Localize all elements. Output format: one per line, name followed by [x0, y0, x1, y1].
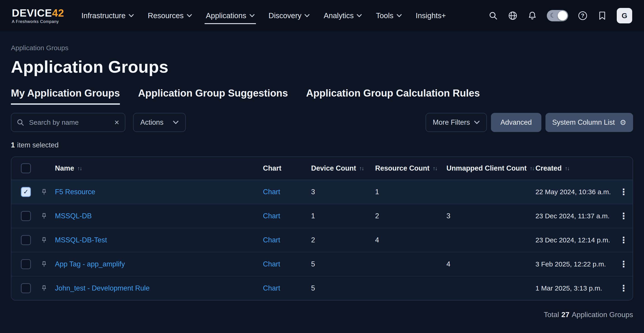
actions-dropdown[interactable]: Actions: [133, 113, 186, 132]
nav-item-applications[interactable]: Applications: [206, 6, 254, 26]
header-select-cell: ✓: [11, 163, 40, 173]
row-checkbox[interactable]: ✓: [21, 235, 31, 245]
table-header-row: ✓ Name↑↓ Chart↑↓ Device Count↑↓ Resource…: [11, 157, 633, 180]
column-header-name[interactable]: Name↑↓: [55, 164, 263, 172]
column-header-device-count[interactable]: Device Count↑↓: [311, 164, 375, 172]
nav-item-discovery[interactable]: Discovery: [269, 6, 310, 26]
row-checkbox[interactable]: ✓: [21, 211, 31, 221]
column-header-resource-count[interactable]: Resource Count↑↓: [375, 164, 446, 172]
row-select-cell: ✓: [11, 187, 40, 197]
created-value: 23 Dec 2024, 11:37 a.m.: [536, 212, 614, 220]
chevron-down-icon: [357, 14, 362, 17]
notifications-bell-icon[interactable]: [527, 11, 537, 21]
column-header-unmapped-client-count[interactable]: Unmapped Client Count↑↓: [446, 164, 536, 172]
chevron-down-icon: [129, 14, 134, 17]
search-icon[interactable]: [488, 11, 498, 21]
more-filters-dropdown[interactable]: More Filters: [426, 113, 487, 132]
system-column-list-button[interactable]: System Column List ⚙: [546, 113, 633, 132]
nav-item-analytics[interactable]: Analytics: [324, 6, 362, 26]
row-select-cell: ✓: [11, 235, 40, 245]
tab-application-group-calculation-rules[interactable]: Application Group Calculation Rules: [306, 88, 480, 105]
chart-link[interactable]: Chart: [263, 284, 280, 292]
device-count-value: 2: [311, 236, 375, 244]
resource-count-value: 1: [375, 188, 446, 196]
column-header-created[interactable]: Created↑↓: [536, 164, 614, 172]
created-value: 22 May 2024, 10:36 a.m.: [536, 188, 614, 196]
selection-status: 1item selected: [11, 141, 633, 149]
nav-item-label: Resources: [148, 11, 184, 20]
question-mark-glyph: ?: [578, 11, 587, 20]
pin-icon[interactable]: [40, 236, 48, 244]
row-pin-cell: [40, 236, 55, 244]
nav-item-resources[interactable]: Resources: [148, 6, 192, 26]
row-actions-kebab-icon[interactable]: ⋮: [614, 236, 633, 244]
actions-dropdown-label: Actions: [140, 118, 164, 126]
device42-logo[interactable]: DEVICE 42 A Freshworks Company: [12, 8, 64, 24]
row-checkbox[interactable]: ✓: [21, 187, 31, 197]
chart-link[interactable]: Chart: [263, 260, 280, 268]
row-actions-kebab-icon[interactable]: ⋮: [614, 284, 633, 292]
row-checkbox[interactable]: ✓: [21, 259, 31, 269]
column-header-chart[interactable]: Chart↑↓: [263, 164, 311, 172]
main-nav: Infrastructure Resources Applications Di…: [81, 6, 446, 26]
sort-icon: ↑↓: [77, 165, 82, 172]
theme-toggle[interactable]: ☾: [547, 10, 568, 21]
group-name-link[interactable]: F5 Resource: [55, 188, 95, 196]
row-actions-kebab-icon[interactable]: ⋮: [614, 260, 633, 268]
resource-count-value: 2: [375, 212, 446, 220]
group-name-link[interactable]: MSSQL-DB: [55, 212, 92, 220]
user-avatar[interactable]: G: [617, 8, 632, 24]
pin-icon[interactable]: [40, 260, 48, 268]
row-pin-cell: [40, 260, 55, 268]
nav-item-infrastructure[interactable]: Infrastructure: [81, 6, 134, 26]
help-icon[interactable]: ?: [578, 11, 588, 21]
logo-wordmark: DEVICE 42: [12, 8, 64, 18]
unmapped-client-count-value: 3: [446, 212, 536, 220]
page-content: Application Groups Application Groups My…: [0, 31, 644, 319]
group-name-link[interactable]: John_test - Development Rule: [55, 284, 150, 292]
row-pin-cell: [40, 188, 55, 196]
logo-text: DEVICE: [12, 8, 52, 18]
logo-accent-text: 42: [52, 8, 64, 18]
row-pin-cell: [40, 212, 55, 220]
row-pin-cell: [40, 284, 55, 292]
chart-link[interactable]: Chart: [263, 188, 280, 196]
clear-search-icon[interactable]: ✕: [114, 119, 120, 126]
advanced-button[interactable]: Advanced: [491, 113, 541, 132]
toggle-knob: [558, 11, 567, 20]
pin-icon[interactable]: [40, 284, 48, 292]
sort-icon: ↑↓: [530, 165, 534, 172]
total-label: Total: [544, 310, 559, 319]
nav-item-insights-plus[interactable]: Insights+: [416, 6, 446, 26]
chart-link[interactable]: Chart: [263, 236, 280, 244]
pin-icon[interactable]: [40, 212, 48, 220]
tab-application-group-suggestions[interactable]: Application Group Suggestions: [138, 88, 288, 105]
tab-my-application-groups[interactable]: My Application Groups: [11, 88, 120, 105]
group-name-link[interactable]: App Tag - app_amplify: [55, 260, 125, 268]
row-select-cell: ✓: [11, 259, 40, 269]
logo-tagline: A Freshworks Company: [12, 20, 64, 24]
row-actions-kebab-icon[interactable]: ⋮: [614, 212, 633, 220]
select-all-checkbox[interactable]: ✓: [21, 163, 31, 173]
pin-icon[interactable]: [40, 188, 48, 196]
bookmark-icon[interactable]: [597, 11, 607, 21]
chart-link[interactable]: Chart: [263, 212, 280, 220]
nav-item-label: Tools: [376, 11, 393, 20]
search-input[interactable]: [28, 118, 110, 127]
row-checkbox[interactable]: ✓: [21, 283, 31, 293]
group-name-link[interactable]: MSSQL-DB-Test: [55, 236, 107, 244]
created-value: 23 Dec 2024, 12:14 p.m.: [536, 236, 614, 244]
chevron-down-icon: [250, 14, 254, 17]
breadcrumb[interactable]: Application Groups: [11, 44, 633, 52]
nav-item-tools[interactable]: Tools: [376, 6, 402, 26]
globe-icon[interactable]: [508, 11, 518, 21]
search-input-icon: [17, 119, 24, 126]
page-title: Application Groups: [11, 57, 633, 76]
total-count: 27: [561, 310, 570, 319]
created-value: 3 Feb 2025, 12:22 p.m.: [536, 260, 614, 268]
sort-icon: ↑↓: [432, 165, 437, 172]
device-count-value: 1: [311, 212, 375, 220]
sort-icon: ↑↓: [565, 165, 569, 172]
row-actions-kebab-icon[interactable]: ⋮: [614, 188, 633, 196]
row-select-cell: ✓: [11, 211, 40, 221]
